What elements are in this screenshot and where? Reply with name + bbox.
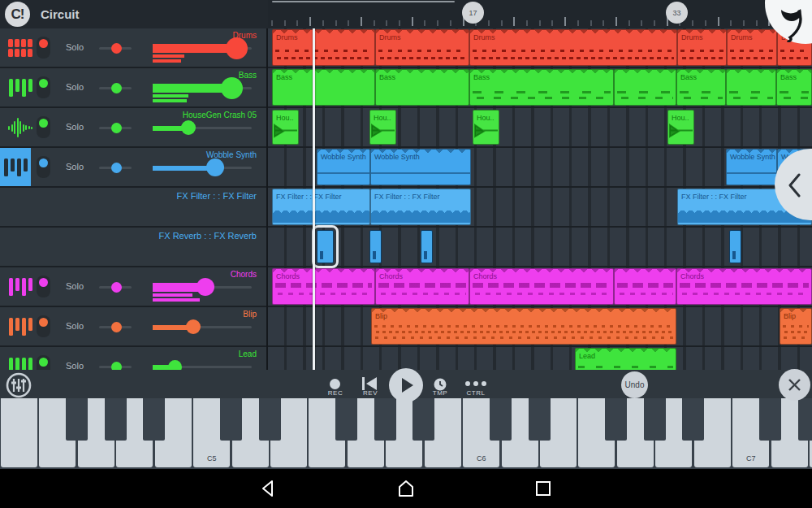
pan-knob[interactable] [111,43,122,54]
track-piano-keys-icon[interactable] [6,355,34,370]
clip-chords[interactable] [614,268,676,305]
pan-knob[interactable] [111,362,122,370]
piano-keyboard[interactable]: C5C6C7 [0,398,812,469]
track-piano-keys-icon[interactable] [6,276,34,298]
black-key[interactable] [105,398,127,441]
solo-label[interactable]: Solo [66,122,84,132]
pan-knob[interactable] [111,83,122,93]
track-row[interactable]: DrumsSolo [0,28,266,68]
playlist-row[interactable] [268,108,812,148]
mute-toggle[interactable] [37,76,50,98]
track-piano-keys-icon[interactable] [6,315,34,338]
track-row[interactable]: HouseGen Crash 05Solo [0,108,266,148]
clip-chords[interactable]: Chords [375,268,469,305]
black-key[interactable] [605,398,627,441]
mute-toggle[interactable] [37,37,50,59]
black-key[interactable] [759,398,781,441]
clip-hgen[interactable]: Hou.. [667,110,694,145]
rewind-button[interactable] [362,377,378,390]
volume-knob[interactable] [168,360,182,371]
clip-bass[interactable]: Bass [676,69,726,106]
mixer-button[interactable] [6,372,32,398]
clip-wob[interactable]: Wobble Synth [317,149,370,185]
black-key[interactable] [143,398,165,441]
volume-knob[interactable] [181,120,196,135]
track-row[interactable]: Wobble SynthSolo [0,148,266,188]
black-key[interactable] [335,398,357,441]
mute-toggle[interactable] [37,116,50,138]
mute-toggle[interactable] [37,315,50,337]
clip-drums[interactable]: Drums [375,29,469,66]
clip-hgen[interactable]: Hou.. [272,110,299,145]
timeline-ruler[interactable]: 1733 [268,0,812,30]
clip-drums[interactable]: Drums [272,29,375,66]
clip-bass[interactable] [614,69,676,106]
clip-fxr[interactable] [369,230,382,263]
home-icon[interactable] [395,478,417,499]
volume-knob[interactable] [226,37,248,59]
black-key[interactable] [259,398,281,441]
clip-hgen[interactable]: Hou.. [369,110,396,145]
clip-chords[interactable]: Chords [676,268,812,305]
black-key[interactable] [529,398,551,441]
mute-toggle[interactable] [37,156,50,178]
track-piano-keys-icon[interactable] [0,148,31,186]
clip-bass[interactable]: Bass [375,69,469,106]
volume-knob[interactable] [197,278,214,296]
black-key[interactable] [644,398,666,441]
mute-toggle[interactable] [37,355,50,370]
close-button[interactable] [779,369,810,401]
playlist-grid[interactable]: DrumsDrumsDrumsDrumsDrumsDrumsBassBassBa… [268,28,812,370]
back-icon[interactable] [257,478,279,499]
solo-label[interactable]: Solo [66,281,84,291]
pan-knob[interactable] [111,163,122,173]
app-logo-icon[interactable]: C! [5,2,30,27]
solo-label[interactable]: Solo [66,82,84,92]
clip-fxf[interactable]: FX Filter : : FX Filter [370,189,471,225]
track-row[interactable]: FX Reverb : : FX Reverb [0,228,266,267]
black-key[interactable] [66,398,88,441]
mute-toggle[interactable] [37,276,50,297]
clip-drums[interactable]: Drums [727,29,777,66]
track-row[interactable]: ChordsSolo [0,267,266,307]
pan-knob[interactable] [111,282,122,293]
track-row[interactable]: BlipSolo [0,307,266,347]
play-button[interactable] [389,368,423,402]
track-row[interactable]: BassSolo [0,68,266,108]
bar-marker-badge[interactable]: 17 [462,2,484,24]
black-key[interactable] [682,398,704,441]
track-audio-waveform-icon[interactable] [6,116,34,139]
clip-drums[interactable]: Drums [677,29,727,66]
black-key[interactable] [798,398,812,441]
solo-label[interactable]: Solo [66,361,84,370]
clip-bass[interactable]: Bass [776,69,812,106]
black-key[interactable] [412,398,434,441]
clip-blip[interactable]: Blip [780,308,812,345]
clip-chords[interactable]: Chords [272,268,375,305]
solo-label[interactable]: Solo [66,162,84,172]
track-drum-pads-icon[interactable] [6,37,34,59]
undo-button[interactable]: Undo [621,371,648,398]
clip-wob[interactable]: Wobble Synth [726,149,777,185]
clip-drums[interactable]: Drums [469,29,677,66]
track-row[interactable]: LeadSolo [0,347,266,370]
control-button[interactable] [465,381,486,386]
clip-fxf[interactable]: FX Filter : : FX Filter [272,189,370,225]
clip-wob[interactable]: Wobble Synth [370,149,471,185]
bar-marker-badge[interactable]: 33 [666,2,688,24]
clip-bass[interactable]: Bass [469,69,614,106]
clip-chords[interactable]: Chords [469,268,614,305]
clip-bass[interactable] [726,69,776,106]
clip-blip[interactable]: Blip [371,308,676,345]
volume-knob[interactable] [221,77,243,99]
pan-knob[interactable] [111,322,122,332]
clip-fxr[interactable] [729,230,741,263]
solo-label[interactable]: Solo [66,321,84,331]
record-button[interactable] [330,379,340,389]
black-key[interactable] [374,398,396,441]
recents-icon[interactable] [533,478,554,499]
track-piano-keys-icon[interactable] [6,76,34,99]
volume-knob[interactable] [186,319,201,334]
clip-fxr[interactable] [421,230,433,263]
white-key-E4[interactable] [1,398,37,467]
